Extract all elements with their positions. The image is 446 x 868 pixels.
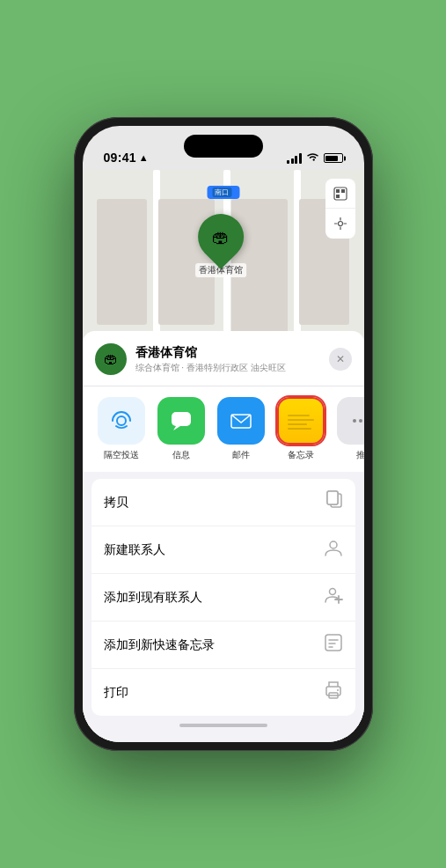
share-row: 隔空投送 信息 bbox=[83, 386, 364, 479]
svg-point-29 bbox=[337, 689, 339, 691]
share-notes[interactable]: 备忘录 bbox=[274, 397, 327, 461]
venue-subtitle: 综合体育馆 · 香港特别行政区 油尖旺区 bbox=[135, 362, 320, 374]
dynamic-island bbox=[184, 135, 263, 158]
venue-name: 香港体育馆 bbox=[135, 345, 320, 361]
action-copy[interactable]: 拷贝 bbox=[91, 479, 355, 526]
share-mail[interactable]: 邮件 bbox=[215, 397, 267, 461]
mail-icon bbox=[217, 397, 265, 445]
svg-rect-10 bbox=[172, 412, 191, 426]
status-icons bbox=[287, 151, 343, 165]
action-copy-label: 拷贝 bbox=[104, 495, 128, 511]
svg-marker-11 bbox=[173, 426, 180, 430]
action-quick-note-label: 添加到新快速备忘录 bbox=[104, 637, 215, 653]
share-more[interactable]: 推 bbox=[334, 397, 364, 461]
more-label: 推 bbox=[356, 449, 364, 461]
airdrop-icon bbox=[98, 397, 145, 445]
status-time: 09:41 bbox=[104, 151, 136, 165]
share-airdrop[interactable]: 隔空投送 bbox=[95, 397, 148, 461]
home-indicator bbox=[83, 716, 364, 735]
svg-rect-1 bbox=[336, 189, 340, 193]
phone-screen: 09:41 ▲ bbox=[83, 126, 364, 742]
location-button[interactable] bbox=[325, 209, 355, 239]
svg-rect-23 bbox=[325, 635, 341, 651]
svg-rect-3 bbox=[336, 195, 340, 198]
phone-frame: 09:41 ▲ bbox=[74, 117, 373, 751]
action-print-label: 打印 bbox=[104, 685, 128, 701]
airdrop-label: 隔空投送 bbox=[104, 449, 139, 461]
venue-info: 香港体育馆 综合体育馆 · 香港特别行政区 油尖旺区 bbox=[135, 345, 320, 374]
battery-icon bbox=[324, 153, 343, 163]
messages-icon bbox=[157, 397, 205, 445]
notes-icon bbox=[277, 397, 325, 445]
quick-note-icon bbox=[324, 633, 343, 657]
signal-bars bbox=[287, 153, 302, 164]
add-existing-icon bbox=[324, 585, 343, 609]
svg-point-9 bbox=[117, 416, 126, 425]
venue-icon: 🏟 bbox=[95, 343, 127, 375]
bottom-sheet: 🏟 香港体育馆 综合体育馆 · 香港特别行政区 油尖旺区 ✕ bbox=[83, 331, 364, 742]
svg-point-20 bbox=[329, 589, 335, 595]
action-quick-note[interactable]: 添加到新快速备忘录 bbox=[91, 622, 355, 669]
map-layer-button[interactable] bbox=[325, 179, 355, 209]
pin-icon: 🏟 bbox=[212, 227, 230, 247]
map-controls bbox=[325, 179, 355, 239]
svg-point-14 bbox=[359, 419, 362, 423]
action-print[interactable]: 打印 bbox=[91, 669, 355, 716]
new-contact-icon bbox=[324, 538, 343, 562]
svg-point-4 bbox=[338, 222, 342, 226]
action-add-existing[interactable]: 添加到现有联系人 bbox=[91, 574, 355, 622]
share-messages[interactable]: 信息 bbox=[155, 397, 208, 461]
notes-label: 备忘录 bbox=[288, 449, 314, 461]
action-add-existing-label: 添加到现有联系人 bbox=[104, 590, 202, 606]
map-label: 南口 bbox=[207, 186, 239, 199]
action-new-contact-label: 新建联系人 bbox=[104, 542, 165, 558]
location-pin: 🏟 香港体育馆 bbox=[195, 214, 246, 277]
action-new-contact[interactable]: 新建联系人 bbox=[91, 526, 355, 574]
copy-icon bbox=[325, 490, 343, 514]
location-arrow-icon: ▲ bbox=[139, 152, 149, 163]
mail-label: 邮件 bbox=[232, 449, 250, 461]
close-button[interactable]: ✕ bbox=[329, 348, 352, 371]
wifi-icon bbox=[306, 151, 319, 165]
svg-rect-18 bbox=[327, 491, 338, 504]
svg-point-19 bbox=[330, 541, 337, 548]
messages-label: 信息 bbox=[172, 449, 190, 461]
svg-point-13 bbox=[353, 419, 356, 423]
print-icon bbox=[324, 680, 343, 704]
action-list: 拷贝 新建联系人 bbox=[91, 479, 355, 716]
venue-header: 🏟 香港体育馆 综合体育馆 · 香港特别行政区 油尖旺区 ✕ bbox=[83, 331, 364, 386]
more-icon bbox=[337, 397, 364, 445]
svg-rect-2 bbox=[341, 189, 345, 193]
